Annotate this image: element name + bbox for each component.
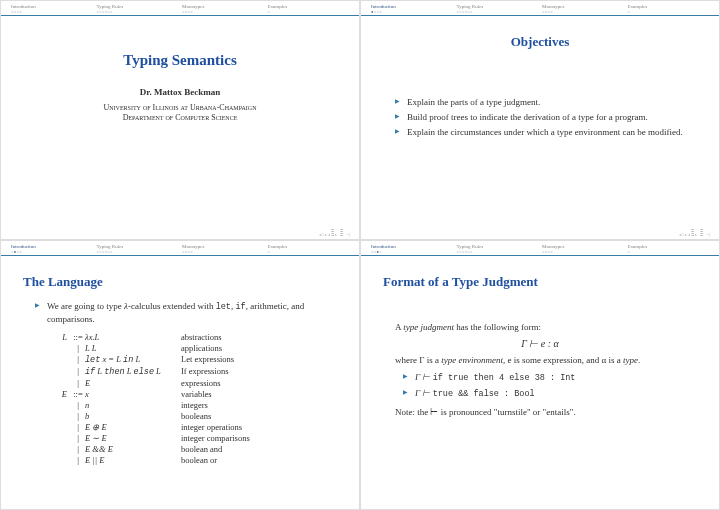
slide-language: Introduction○●○○ Typing Rules○○○○○○ Mono…: [0, 240, 360, 510]
nav-ex: Examples○: [626, 4, 712, 14]
note-text: Note: the ⊢ is pronounced "turnstile" or…: [395, 407, 697, 417]
nav-mono: Monotypes○○○○: [540, 4, 626, 14]
nav-intro: Introduction●○○○: [369, 4, 455, 14]
grammar-table: L::=λx.Labstractions |L Lapplications |l…: [49, 332, 337, 465]
navbar: Introduction○●○○ Typing Rules○○○○○○ Mono…: [1, 241, 359, 256]
slide-title: Objectives: [383, 34, 697, 50]
navbar: Introduction○○●○ Typing Rules○○○○○○ Mono…: [361, 241, 719, 256]
slide-judgment: Introduction○○●○ Typing Rules○○○○○○ Mono…: [360, 240, 720, 510]
slide-objectives: Introduction●○○○ Typing Rules○○○○○○ Mono…: [360, 0, 720, 240]
nav-ex: Examples○: [266, 244, 352, 254]
list-item: Build proof trees to indicate the deriva…: [397, 111, 697, 123]
slide-title: The Language: [23, 274, 337, 290]
explain-text: where Γ is a type environment, e is some…: [395, 355, 697, 365]
author: Dr. Mattox Beckman: [23, 87, 337, 97]
list-item: Explain the circumstances under which a …: [397, 126, 697, 138]
nav-ex: Examples○: [266, 4, 352, 14]
list-item: We are going to type λ-calculus extended…: [37, 300, 337, 326]
slide-title: Introduction○○○○ Typing Rules○○○○○○ Mono…: [0, 0, 360, 240]
main-title: Typing Semantics: [23, 52, 337, 69]
affiliation: University of Illinois at Urbana-Champai…: [23, 103, 337, 124]
nav-intro: Introduction○○○○: [9, 4, 95, 14]
intro-text: We are going to type λ-calculus extended…: [23, 300, 337, 326]
navbar: Introduction●○○○ Typing Rules○○○○○○ Mono…: [361, 1, 719, 16]
objectives-list: Explain the parts of a type judgment. Bu…: [383, 96, 697, 138]
nav-rules: Typing Rules○○○○○○: [455, 244, 541, 254]
list-item: Γ ⊢ true && false : Bool: [405, 387, 697, 400]
navbar: Introduction○○○○ Typing Rules○○○○○○ Mono…: [1, 1, 359, 16]
footer-controls: ◂ □ ▸ ◂ ≣ ▸ ≣ ∽⟨: [679, 232, 711, 237]
nav-mono: Monotypes○○○○: [180, 244, 266, 254]
list-item: Explain the parts of a type judgment.: [397, 96, 697, 108]
nav-mono: Monotypes○○○○: [180, 4, 266, 14]
nav-mono: Monotypes○○○○: [540, 244, 626, 254]
nav-intro: Introduction○●○○: [9, 244, 95, 254]
nav-rules: Typing Rules○○○○○○: [95, 244, 181, 254]
examples-list: Γ ⊢ if true then 4 else 38 : Int Γ ⊢ tru…: [391, 371, 697, 401]
nav-ex: Examples○: [626, 244, 712, 254]
intro-text: A type judgment has the following form:: [395, 322, 697, 332]
nav-rules: Typing Rules○○○○○○: [95, 4, 181, 14]
nav-intro: Introduction○○●○: [369, 244, 455, 254]
slide-title: Format of a Type Judgment: [383, 274, 697, 290]
footer-controls: ◂ □ ▸ ◂ ≣ ▸ ≣ ∽⟨: [319, 232, 351, 237]
list-item: Γ ⊢ if true then 4 else 38 : Int: [405, 371, 697, 384]
judgment-formula: Γ ⊢ e : α: [383, 338, 697, 349]
nav-rules: Typing Rules○○○○○○: [455, 4, 541, 14]
